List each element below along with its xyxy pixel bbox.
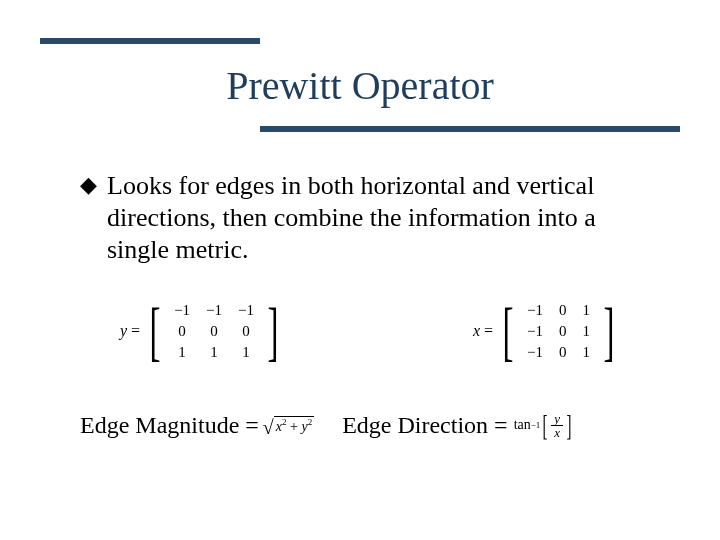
fraction-numerator: y <box>551 412 563 426</box>
bullet-text: Looks for edges in both horizontal and v… <box>107 170 640 266</box>
matrix-cell: −1 <box>166 300 198 321</box>
power: 2 <box>282 417 287 427</box>
decorative-rule-top <box>40 38 260 44</box>
matrix-cell: 1 <box>230 342 262 363</box>
sqrt-icon: √ <box>263 416 274 439</box>
bullet-item: ◆ Looks for edges in both horizontal and… <box>80 170 640 266</box>
matrix-y: y = [ −1 −1 −1 0 0 0 1 1 1 <box>120 298 284 364</box>
slide: Prewitt Operator ◆ Looks for edges in bo… <box>0 0 720 540</box>
matrix-cell: 0 <box>551 342 575 363</box>
matrix-cell: −1 <box>519 342 551 363</box>
direction-formula: tan−1 [ y x ] <box>514 410 574 440</box>
matrix-x-grid: −1 0 1 −1 0 1 −1 0 1 <box>519 300 598 363</box>
matrix-cell: −1 <box>519 321 551 342</box>
magnitude-label: Edge Magnitude = <box>80 412 259 439</box>
equals-sign: = <box>484 322 493 340</box>
power: 2 <box>308 417 313 427</box>
matrices-row: y = [ −1 −1 −1 0 0 0 1 1 1 <box>120 298 620 364</box>
bracket-right-icon: ] <box>268 298 279 364</box>
matrix-cell: 0 <box>166 321 198 342</box>
direction-label: Edge Direction = <box>342 412 507 439</box>
sqrt-body: x2 + y2 <box>274 416 314 435</box>
matrix-cell: 1 <box>166 342 198 363</box>
matrix-cell: 1 <box>575 342 599 363</box>
bracket-left-icon: [ <box>503 298 514 364</box>
matrix-cell: −1 <box>198 300 230 321</box>
matrix-cell: 0 <box>551 300 575 321</box>
matrix-x: x = [ −1 0 1 −1 0 1 −1 0 1 <box>473 298 620 364</box>
matrix-cell: 1 <box>575 321 599 342</box>
bracket-left-icon: [ <box>150 298 161 364</box>
formulas-row: Edge Magnitude = √ x2 + y2 Edge Directio… <box>80 410 680 440</box>
matrix-cell: 1 <box>198 342 230 363</box>
matrix-cell: 0 <box>198 321 230 342</box>
bullet-diamond-icon: ◆ <box>80 170 97 266</box>
bracket-right-icon: ] <box>604 298 615 364</box>
inverse-power: −1 <box>531 420 541 430</box>
matrix-y-grid: −1 −1 −1 0 0 0 1 1 1 <box>166 300 262 363</box>
matrix-cell: 0 <box>230 321 262 342</box>
tan-func: tan <box>514 417 531 433</box>
matrix-cell: −1 <box>519 300 551 321</box>
matrix-x-var: x <box>473 322 480 340</box>
matrix-y-var: y <box>120 322 127 340</box>
matrix-cell: −1 <box>230 300 262 321</box>
equals-sign: = <box>131 322 140 340</box>
matrix-cell: 0 <box>551 321 575 342</box>
bracket-left-icon: [ <box>543 410 548 440</box>
decorative-rule-bottom <box>260 126 680 132</box>
fraction-denominator: x <box>551 426 563 439</box>
magnitude-formula: √ x2 + y2 <box>263 414 314 437</box>
bracket-right-icon: ] <box>567 410 572 440</box>
matrix-cell: 1 <box>575 300 599 321</box>
fraction: y x <box>551 412 563 439</box>
slide-title: Prewitt Operator <box>0 62 720 109</box>
